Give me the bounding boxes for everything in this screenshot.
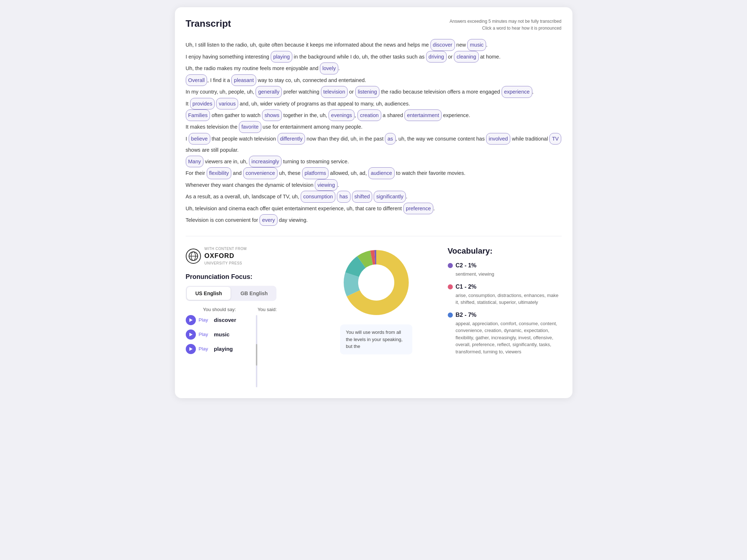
transcript-title: Transcript <box>186 18 231 29</box>
word-lovely[interactable]: lovely <box>320 63 338 74</box>
main-container: Transcript Answers exceeding 5 minutes m… <box>175 7 572 398</box>
word-generally[interactable]: generally <box>256 86 282 98</box>
oxford-logo-circle <box>186 249 201 264</box>
oxford-sub: UNIVERSITY PRESS <box>205 261 247 266</box>
word-television[interactable]: television <box>321 86 348 98</box>
play-rows: Play discover Play music <box>186 315 250 387</box>
play-button-playing[interactable]: Play <box>186 344 208 354</box>
word-convenience[interactable]: convenience <box>243 167 278 179</box>
word-as[interactable]: as <box>385 133 395 145</box>
label-you-should-say: You should say: <box>203 307 236 312</box>
left-panel: WITH CONTENT FROM OXFORD UNIVERSITY PRES… <box>186 246 309 387</box>
play-label-music: Play <box>199 332 208 337</box>
vocab-c1-words: arise, consumption, distractions, enhanc… <box>456 292 562 306</box>
vocab-level-b2: B2 - 7% appeal, appreciation, comfort, c… <box>448 312 562 356</box>
section-divider <box>186 236 562 236</box>
vocab-b2-words: appeal, appreciation, comfort, consume, … <box>456 320 562 356</box>
vocab-c1-label: C1 - 2% <box>456 284 477 290</box>
vocab-c1-dot <box>448 284 453 289</box>
vocab-c2-header: C2 - 1% <box>448 262 562 269</box>
word-overall[interactable]: Overall <box>186 74 207 86</box>
word-shows[interactable]: shows <box>262 109 282 121</box>
play-word-playing: playing <box>214 346 250 352</box>
vocab-c2-label: C2 - 1% <box>456 262 477 269</box>
chart-tooltip-text: You will use words from all the levels i… <box>346 329 403 349</box>
pronunciation-focus-title: Pronunciation Focus: <box>186 273 309 281</box>
play-button-music[interactable]: Play <box>186 329 208 340</box>
word-driving[interactable]: driving <box>426 51 447 63</box>
lang-toggle: US English GB English <box>186 286 276 301</box>
play-row-3: Play playing <box>186 344 250 354</box>
play-icon-playing[interactable] <box>186 344 196 354</box>
transcript-hints: Answers exceeding 5 minutes may not be f… <box>450 18 562 32</box>
word-tv[interactable]: TV <box>549 133 561 145</box>
hint2: Click a word to hear how it is pronounce… <box>450 25 562 32</box>
transcript-body: Uh, I still listen to the radio, uh, qui… <box>186 39 562 226</box>
word-provides[interactable]: provides <box>190 98 215 109</box>
us-english-button[interactable]: US English <box>187 287 231 300</box>
donut-center <box>359 265 394 300</box>
oxford-text-block: WITH CONTENT FROM OXFORD UNIVERSITY PRES… <box>205 246 247 266</box>
oxford-name: OXFORD <box>205 251 247 260</box>
vocab-c1-header: C1 - 2% <box>448 284 562 290</box>
play-word-discover: discover <box>214 317 250 323</box>
word-audience[interactable]: audience <box>368 167 395 179</box>
oxford-with-content: WITH CONTENT FROM <box>205 246 247 251</box>
word-entertainment[interactable]: entertainment <box>404 109 442 121</box>
word-many[interactable]: Many <box>186 156 203 167</box>
vocab-c2-dot <box>448 263 453 268</box>
word-viewing[interactable]: viewing <box>315 179 337 191</box>
word-cleaning[interactable]: cleaning <box>454 51 478 63</box>
word-believe[interactable]: believe <box>189 133 210 145</box>
word-discover[interactable]: discover <box>430 39 455 51</box>
word-increasingly[interactable]: increasingly <box>249 156 282 167</box>
word-differently[interactable]: differently <box>278 133 305 145</box>
chart-tooltip: You will use words from all the levels i… <box>340 324 412 354</box>
donut-chart <box>340 246 412 319</box>
donut-svg <box>340 246 412 319</box>
label-you-said: You said: <box>258 307 277 312</box>
bottom-section: WITH CONTENT FROM OXFORD UNIVERSITY PRES… <box>186 246 562 387</box>
vocab-level-c2: C2 - 1% sentiment, viewing <box>448 262 562 278</box>
word-pleasant[interactable]: pleasant <box>231 74 256 86</box>
word-involved[interactable]: involved <box>486 133 510 145</box>
transcript-header: Transcript Answers exceeding 5 minutes m… <box>186 18 562 32</box>
chart-section: You will use words from all the levels i… <box>316 246 437 354</box>
word-creation[interactable]: creation <box>357 109 381 121</box>
play-rows-container: Play discover Play music <box>186 315 309 387</box>
play-row-2: Play music <box>186 329 250 340</box>
vocab-c2-words: sentiment, viewing <box>456 271 562 278</box>
word-evenings[interactable]: evenings <box>329 109 355 121</box>
word-has[interactable]: has <box>337 191 350 202</box>
word-experience[interactable]: experience <box>502 86 532 98</box>
vocab-b2-header: B2 - 7% <box>448 312 562 318</box>
word-preference[interactable]: preference <box>403 203 433 214</box>
vocab-title: Vocabulary: <box>448 246 562 256</box>
vocab-b2-label: B2 - 7% <box>456 312 477 318</box>
play-label-playing: Play <box>199 346 208 352</box>
word-music[interactable]: music <box>467 39 486 51</box>
word-playing[interactable]: playing <box>271 51 292 63</box>
word-significantly[interactable]: significantly <box>374 191 406 202</box>
word-consumption[interactable]: consumption <box>301 191 335 202</box>
scrollbar-track[interactable] <box>256 315 257 387</box>
word-various[interactable]: various <box>216 98 238 109</box>
hint1: Answers exceeding 5 minutes may not be f… <box>450 18 562 25</box>
play-icon-discover[interactable] <box>186 315 196 325</box>
word-listening[interactable]: listening <box>355 86 379 98</box>
word-every[interactable]: every <box>259 214 277 226</box>
play-button-discover[interactable]: Play <box>186 315 208 325</box>
vocab-level-c1: C1 - 2% arise, consumption, distractions… <box>448 284 562 306</box>
play-word-music: music <box>214 331 250 337</box>
scrollbar-thumb <box>256 344 257 366</box>
word-favorite[interactable]: favorite <box>239 121 261 133</box>
play-row-1: Play discover <box>186 315 250 325</box>
oxford-logo: WITH CONTENT FROM OXFORD UNIVERSITY PRES… <box>186 246 309 266</box>
column-labels: You should say: You said: <box>186 307 309 312</box>
play-icon-music[interactable] <box>186 329 196 340</box>
word-flexibility[interactable]: flexibility <box>207 167 232 179</box>
word-shifted[interactable]: shifted <box>352 191 373 202</box>
word-families[interactable]: Families <box>186 109 210 121</box>
gb-english-button[interactable]: GB English <box>232 286 276 301</box>
word-platforms[interactable]: platforms <box>302 167 329 179</box>
